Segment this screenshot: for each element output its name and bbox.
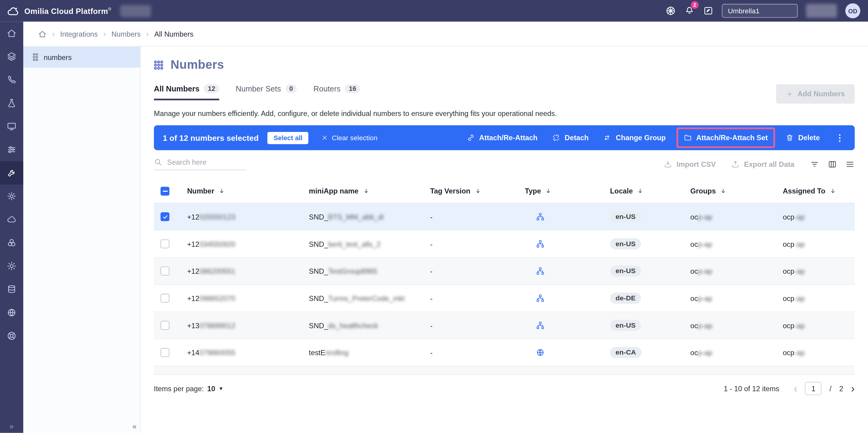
attach-reattach-label: Attach/Re-Attach <box>479 134 537 142</box>
column-header-assigned-to[interactable]: Assigned To <box>783 187 855 195</box>
rail-item-layers[interactable] <box>0 45 23 68</box>
beaker-icon <box>7 98 17 108</box>
tab-all-numbers[interactable]: All Numbers 12 <box>154 84 219 100</box>
select-all-checkbox[interactable] <box>161 186 169 195</box>
folder-icon <box>683 134 692 142</box>
table-header-row: Number miniApp name Tag Version Type <box>154 179 855 203</box>
table-row[interactable]: +12086200551 SND_TestGroup8965 - en-US o… <box>154 258 855 285</box>
spark-icon <box>7 191 17 201</box>
rail-item-support[interactable] <box>0 324 23 348</box>
row-checkbox[interactable] <box>161 266 169 275</box>
sidebar-collapse-toggle[interactable]: « <box>132 422 137 431</box>
table-row[interactable]: +14079860055 testEnrolling - en-CA ocp-a… <box>154 339 855 366</box>
sort-arrow-icon <box>475 188 481 194</box>
rail-item-globe[interactable] <box>0 301 23 324</box>
top-bar-actions: 2 OD <box>665 3 860 18</box>
row-checkbox[interactable] <box>161 321 169 330</box>
rail-item-ai[interactable] <box>0 185 23 208</box>
rail-expand-toggle[interactable]: » <box>0 422 23 431</box>
feedback-note-icon[interactable] <box>703 5 714 16</box>
sliders-icon <box>7 145 17 155</box>
row-checkbox[interactable] <box>161 212 169 221</box>
add-numbers-button[interactable]: Add Numbers <box>776 84 855 104</box>
column-header-type[interactable]: Type <box>525 187 610 195</box>
tab-routers[interactable]: Routers 16 <box>313 84 360 100</box>
attach-reattach-set-button[interactable]: Attach/Re-Attach Set <box>680 132 771 144</box>
rail-item-home[interactable] <box>0 22 23 45</box>
menu-icon[interactable] <box>845 159 855 169</box>
export-all-data-button[interactable]: Export all Data <box>731 160 795 168</box>
organization-input[interactable] <box>722 4 798 18</box>
broken-link-icon <box>552 134 560 142</box>
rail-item-palette[interactable] <box>0 231 23 254</box>
column-header-number[interactable]: Number <box>187 187 309 195</box>
breadcrumb-integrations[interactable]: Integrations <box>60 30 98 38</box>
tab-number-sets[interactable]: Number Sets 0 <box>236 84 297 100</box>
more-actions-button[interactable]: ⋮ <box>834 132 846 143</box>
breadcrumb-numbers[interactable]: Numbers <box>111 30 141 38</box>
brand[interactable]: Omilia Cloud Platform® <box>7 6 112 16</box>
previous-page-button[interactable]: ‹ <box>794 383 797 394</box>
avatar[interactable]: OD <box>845 3 860 18</box>
sitemap-type-icon <box>536 321 545 330</box>
delete-button[interactable]: Delete <box>785 134 820 142</box>
rail-item-experiments[interactable] <box>0 91 23 115</box>
lifebuoy-icon <box>7 331 17 341</box>
locale-badge: de-DE <box>610 292 641 304</box>
table-row[interactable]: +12025550123 SND_BTS_MM_abb_di - en-US o… <box>154 203 855 231</box>
layers-icon <box>7 52 17 61</box>
toolbar-right: Import CSV Export all Data <box>664 159 855 169</box>
column-header-tag-version[interactable]: Tag Version <box>430 187 525 195</box>
row-checkbox[interactable] <box>161 348 169 357</box>
select-all-button[interactable]: Select all <box>268 132 309 144</box>
breadcrumb: › Integrations › Numbers › All Numbers <box>23 22 868 46</box>
rail-item-monitor[interactable] <box>0 115 23 138</box>
search-field <box>154 158 247 170</box>
attach-reattach-button[interactable]: Attach/Re-Attach <box>466 134 537 142</box>
redacted-top-button[interactable] <box>806 4 837 18</box>
detach-button[interactable]: Detach <box>552 134 589 142</box>
redacted-nav-item[interactable] <box>120 5 152 17</box>
sidebar-item-numbers[interactable]: numbers <box>23 47 140 68</box>
page-description: Manage your numbers efficiently. Add, co… <box>154 109 855 117</box>
total-pages: 2 <box>839 384 843 393</box>
table-row[interactable]: +1555012345 miniapp_name - en-US ocp-ap … <box>154 366 855 375</box>
rail-item-phone[interactable] <box>0 68 23 91</box>
breadcrumb-all-numbers: All Numbers <box>154 30 193 38</box>
language-globe-icon[interactable] <box>665 5 676 16</box>
import-csv-button[interactable]: Import CSV <box>664 160 716 168</box>
rail-item-sliders[interactable] <box>0 138 23 162</box>
tab-label: Routers <box>313 84 341 93</box>
tabs: All Numbers 12 Number Sets 0 Routers 16 … <box>154 84 855 100</box>
filter-icon[interactable] <box>810 159 819 169</box>
clear-selection-label: Clear selection <box>332 134 377 142</box>
items-per-page-label: Items per page: <box>154 384 204 393</box>
current-page-input[interactable] <box>805 382 822 395</box>
column-header-miniapp-name[interactable]: miniApp name <box>309 187 430 195</box>
rail-item-tools-active[interactable] <box>0 162 23 185</box>
table-row[interactable]: +12034550920 SND_berti_test_alls_2 - en-… <box>154 230 855 258</box>
attach-reattach-set-label: Attach/Re-Attach Set <box>696 134 768 142</box>
rail-item-cloud[interactable] <box>0 208 23 231</box>
rail-item-settings[interactable] <box>0 254 23 278</box>
table-row[interactable]: +13078699012 SND_ds_healthcheck - en-US … <box>154 312 855 339</box>
notifications-button[interactable]: 2 <box>684 4 695 17</box>
rail-item-database[interactable] <box>0 278 23 301</box>
notification-count-badge: 2 <box>691 1 699 9</box>
row-checkbox[interactable] <box>161 239 169 248</box>
page-separator: / <box>830 384 832 393</box>
breadcrumb-home-icon[interactable] <box>38 30 46 38</box>
column-header-groups[interactable]: Groups <box>690 187 783 195</box>
next-page-button[interactable]: › <box>851 383 855 394</box>
clear-selection-button[interactable]: Clear selection <box>322 134 377 142</box>
columns-icon[interactable] <box>828 159 837 169</box>
download-icon <box>664 160 672 168</box>
table-row[interactable]: +12098652070 SND_Turms_PreterCode_mkt - … <box>154 285 855 312</box>
row-checkbox[interactable] <box>161 294 169 302</box>
monitor-icon <box>7 121 17 132</box>
column-header-locale[interactable]: Locale <box>610 187 690 195</box>
items-per-page-select[interactable]: Items per page: 10 ▼ <box>154 384 223 393</box>
home-icon <box>7 28 17 38</box>
search-input[interactable] <box>167 158 239 166</box>
change-group-button[interactable]: Change Group <box>603 134 666 142</box>
